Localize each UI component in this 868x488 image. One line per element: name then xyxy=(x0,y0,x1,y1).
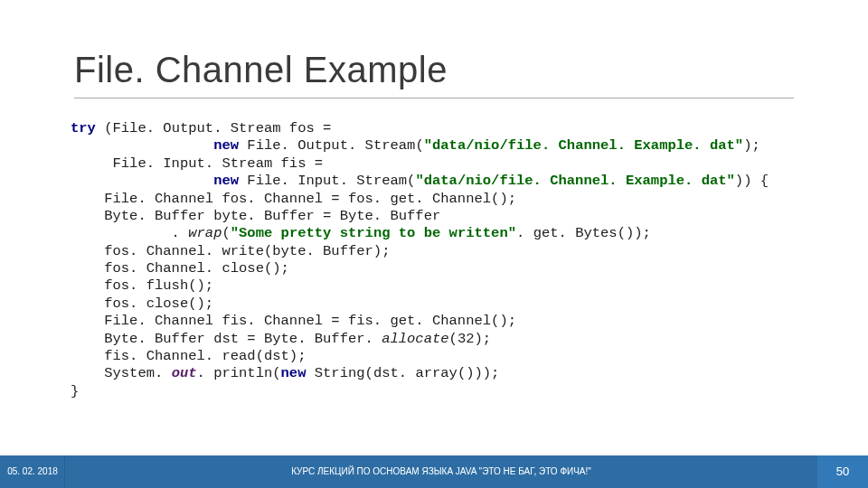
code-text: fis. Channel. read(dst); xyxy=(71,348,306,364)
code-text: String(dst. array())); xyxy=(315,365,500,381)
code-text xyxy=(71,173,213,189)
code-text: fos. Channel. write(byte. Buffer); xyxy=(71,243,390,259)
string-literal: "data/nio/file. Channel. Example. dat" xyxy=(424,137,743,154)
code-text: File. Input. Stream fis = xyxy=(71,155,323,172)
code-text: fos. flush(); xyxy=(71,277,213,294)
slide: File. Channel Example try (File. Output.… xyxy=(0,0,868,488)
keyword-new: new xyxy=(213,137,247,154)
code-text: File. Channel fis. Channel = fis. get. C… xyxy=(71,313,516,329)
slide-title: File. Channel Example xyxy=(74,50,794,90)
keyword-new: new xyxy=(281,365,315,381)
code-text: . println( xyxy=(197,365,281,381)
code-text: fos. close(); xyxy=(71,296,213,312)
method-wrap: wrap xyxy=(188,225,222,241)
keyword-new: new xyxy=(213,173,247,189)
code-text: ); xyxy=(743,137,760,154)
code-text: ( xyxy=(222,225,230,241)
code-text: (32); xyxy=(449,331,492,347)
code-text: File. Channel fos. Channel = fos. get. C… xyxy=(71,191,516,207)
code-text: Byte. Buffer dst = Byte. Buffer. xyxy=(71,331,382,347)
footer-course-title: КУРС ЛЕКЦИЙ ПО ОСНОВАМ ЯЗЫКА JAVA "ЭТО Н… xyxy=(65,455,817,488)
footer-page-number: 50 xyxy=(817,455,868,488)
title-block: File. Channel Example xyxy=(0,0,868,99)
code-text: . get. Bytes()); xyxy=(516,225,651,241)
code-text xyxy=(71,137,213,154)
code-text: File. Output. Stream( xyxy=(247,137,423,154)
footer: 05. 02. 2018 КУРС ЛЕКЦИЙ ПО ОСНОВАМ ЯЗЫК… xyxy=(0,455,868,488)
string-literal: "data/nio/file. Channel. Example. dat" xyxy=(415,173,734,189)
code-block: try (File. Output. Stream fos = new File… xyxy=(0,99,868,400)
keyword-try: try xyxy=(71,120,104,136)
code-text: )) { xyxy=(735,173,769,189)
footer-date: 05. 02. 2018 xyxy=(0,455,65,488)
code-text: . xyxy=(71,225,188,241)
code-text: File. Input. Stream( xyxy=(247,173,415,189)
code-text: System. xyxy=(71,365,172,381)
code-text: (File. Output. Stream fos = xyxy=(104,120,331,136)
code-text: } xyxy=(71,383,79,399)
code-text: fos. Channel. close(); xyxy=(71,260,289,277)
field-out: out xyxy=(172,365,197,381)
method-allocate: allocate xyxy=(382,331,448,347)
string-literal: "Some pretty string to be written" xyxy=(231,225,516,241)
code-text: Byte. Buffer byte. Buffer = Byte. Buffer xyxy=(71,208,440,224)
